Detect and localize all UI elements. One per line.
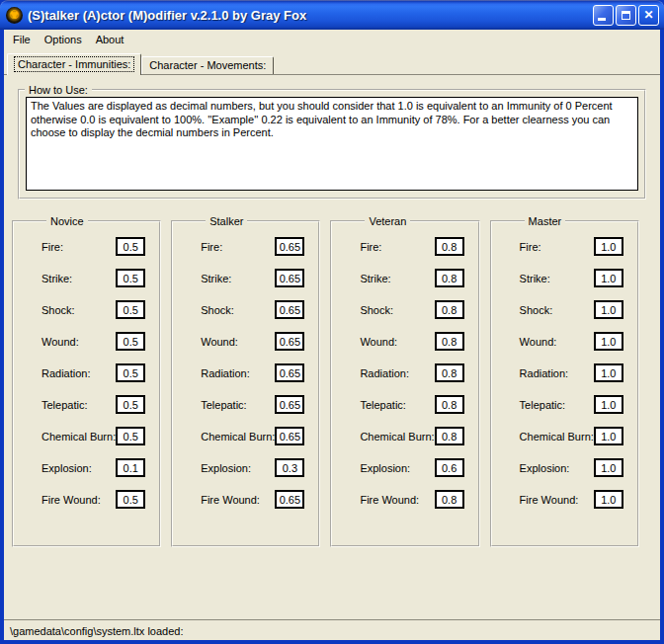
tab-character-movements[interactable]: Character - Movements: <box>141 56 274 74</box>
field-label: Fire Wound: <box>201 494 260 506</box>
immunity-value-input[interactable] <box>275 269 304 287</box>
minimize-button[interactable] <box>593 5 614 26</box>
immunity-row: Fire Wound: <box>42 490 145 509</box>
immunity-row: Chemical Burn: <box>520 427 623 445</box>
immunity-value-input[interactable] <box>594 300 623 319</box>
immunity-value-input[interactable] <box>435 237 464 256</box>
immunity-value-input[interactable] <box>594 237 623 256</box>
immunity-row: Radiation: <box>42 363 145 382</box>
immunity-value-input[interactable] <box>594 363 623 382</box>
immunity-row: Radiation: <box>201 363 304 382</box>
immunity-value-input[interactable] <box>275 300 304 319</box>
tab-page-immunities: How to Use: The Values are displayed as … <box>4 74 660 619</box>
field-label: Strike: <box>360 273 390 284</box>
app-window: ☢ (S)talker (A)ctor (M)odifier v.2.1.0 b… <box>0 0 664 644</box>
immunity-value-input[interactable] <box>116 332 145 351</box>
immunity-value-input[interactable] <box>275 427 304 445</box>
immunity-value-input[interactable] <box>435 332 464 351</box>
status-text: \gamedata\config\system.ltx loaded: <box>10 625 183 637</box>
immunity-row: Shock: <box>360 300 463 319</box>
immunity-value-input[interactable] <box>435 269 464 287</box>
field-label: Explosion: <box>201 462 251 474</box>
status-bar: \gamedata\config\system.ltx loaded: <box>4 619 660 640</box>
immunity-value-input[interactable] <box>116 363 145 382</box>
tab-label: Character - Immunities: <box>15 57 133 71</box>
immunity-value-input[interactable] <box>594 427 623 445</box>
immunity-value-input[interactable] <box>275 458 304 477</box>
immunity-value-input[interactable] <box>594 395 623 414</box>
immunity-value-input[interactable] <box>435 458 464 477</box>
field-label: Telepatic: <box>360 399 405 411</box>
rank-group-rows: Fire:Strike:Shock:Wound:Radiation:Telepa… <box>520 237 623 509</box>
field-label: Fire: <box>360 241 381 253</box>
maximize-button[interactable] <box>616 5 636 26</box>
immunity-value-input[interactable] <box>435 300 464 319</box>
immunity-row: Shock: <box>201 300 304 319</box>
immunity-value-input[interactable] <box>435 427 464 445</box>
field-label: Telepatic: <box>42 399 87 411</box>
field-label: Telepatic: <box>520 399 565 411</box>
immunity-row: Fire: <box>201 237 304 256</box>
how-to-use-group: How to Use: The Values are displayed as … <box>18 84 646 200</box>
menu-options[interactable]: Options <box>38 32 89 47</box>
immunity-value-input[interactable] <box>435 395 464 414</box>
field-label: Wound: <box>520 336 557 348</box>
immunity-value-input[interactable] <box>116 458 145 477</box>
immunity-row: Fire: <box>42 237 145 256</box>
immunity-row: Wound: <box>42 332 145 351</box>
rank-group-rows: Fire:Strike:Shock:Wound:Radiation:Telepa… <box>360 237 463 509</box>
immunity-value-input[interactable] <box>116 269 145 287</box>
immunity-row: Explosion: <box>201 458 304 477</box>
immunity-row: Strike: <box>201 269 304 287</box>
immunity-value-input[interactable] <box>116 490 145 509</box>
immunity-row: Explosion: <box>520 458 623 477</box>
immunity-value-input[interactable] <box>275 395 304 414</box>
immunity-value-input[interactable] <box>275 237 304 256</box>
field-label: Chemical Burn: <box>360 431 434 443</box>
immunity-row: Radiation: <box>520 363 623 382</box>
immunity-value-input[interactable] <box>116 237 145 256</box>
immunity-row: Telepatic: <box>360 395 463 414</box>
tab-character-immunities[interactable]: Character - Immunities: <box>7 53 141 75</box>
titlebar: ☢ (S)talker (A)ctor (M)odifier v.2.1.0 b… <box>0 0 664 30</box>
menu-file[interactable]: File <box>6 32 38 47</box>
radiation-icon: ☢ <box>6 7 23 24</box>
immunity-row: Chemical Burn: <box>201 427 304 445</box>
immunity-value-input[interactable] <box>594 490 623 509</box>
immunity-row: Wound: <box>201 332 304 351</box>
immunity-value-input[interactable] <box>435 363 464 382</box>
field-label: Explosion: <box>42 462 92 474</box>
rank-group: Master Fire:Strike:Shock:Wound:Radiation… <box>490 215 639 547</box>
field-label: Fire: <box>201 241 222 253</box>
immunity-value-input[interactable] <box>435 490 464 509</box>
immunity-value-input[interactable] <box>116 395 145 414</box>
client-area: File Options About Character - Immunitie… <box>4 30 660 640</box>
field-label: Radiation: <box>201 367 250 379</box>
immunity-value-input[interactable] <box>594 269 623 287</box>
rank-columns: Novice Fire:Strike:Shock:Wound:Radiation… <box>12 215 660 547</box>
immunity-value-input[interactable] <box>594 332 623 351</box>
field-label: Fire: <box>42 241 63 253</box>
how-to-use-text: The Values are displayed as decimal numb… <box>26 97 638 191</box>
immunity-value-input[interactable] <box>594 458 623 477</box>
field-label: Radiation: <box>360 367 409 379</box>
immunity-value-input[interactable] <box>275 490 304 509</box>
field-label: Strike: <box>201 273 231 284</box>
immunity-row: Fire Wound: <box>520 490 623 509</box>
immunity-value-input[interactable] <box>116 300 145 319</box>
immunity-row: Wound: <box>360 332 463 351</box>
menu-about[interactable]: About <box>89 32 131 47</box>
immunity-row: Radiation: <box>360 363 463 382</box>
rank-group-title: Veteran <box>365 215 410 227</box>
immunity-value-input[interactable] <box>275 332 304 351</box>
immunity-row: Strike: <box>42 269 145 287</box>
field-label: Radiation: <box>520 367 569 379</box>
field-label: Chemical Burn: <box>201 431 275 443</box>
window-title: (S)talker (A)ctor (M)odifier v.2.1.0 by … <box>28 8 593 23</box>
immunity-value-input[interactable] <box>275 363 304 382</box>
field-label: Explosion: <box>360 462 410 474</box>
immunity-row: Strike: <box>360 269 463 287</box>
immunity-value-input[interactable] <box>116 427 145 445</box>
immunity-row: Fire Wound: <box>201 490 304 509</box>
close-button[interactable]: ✕ <box>638 5 659 26</box>
